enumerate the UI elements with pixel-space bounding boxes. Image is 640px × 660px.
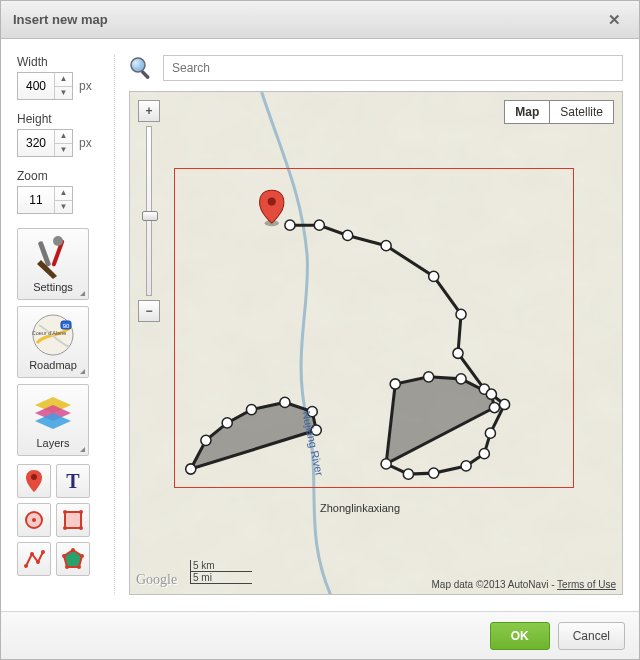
svg-point-27 xyxy=(62,554,66,558)
height-step-up[interactable]: ▲ xyxy=(55,130,72,144)
svg-point-51 xyxy=(456,374,466,384)
svg-point-12 xyxy=(32,518,36,522)
small-tools: T xyxy=(17,464,102,576)
svg-rect-31 xyxy=(130,92,622,594)
svg-point-40 xyxy=(453,348,463,358)
svg-rect-13 xyxy=(65,512,81,528)
svg-point-26 xyxy=(65,565,69,569)
svg-point-24 xyxy=(80,554,84,558)
width-input-text[interactable] xyxy=(18,73,54,99)
roadmap-icon: 90 Coeur d'Alene xyxy=(31,313,75,357)
credit-text: Map data ©2013 AutoNavi xyxy=(431,579,548,590)
roadmap-caption: Roadmap xyxy=(29,359,77,371)
zoom-field: Zoom ▲ ▼ xyxy=(17,169,102,214)
terms-link[interactable]: Terms of Use xyxy=(557,579,616,590)
roadmap-card[interactable]: 90 Coeur d'Alene Roadmap xyxy=(17,306,89,378)
zoom-label: Zoom xyxy=(17,169,102,183)
zoom-control: + − xyxy=(138,100,160,322)
svg-point-53 xyxy=(489,402,499,412)
svg-point-20 xyxy=(36,560,40,564)
ok-button[interactable]: OK xyxy=(490,622,550,650)
google-logo: Google xyxy=(136,572,177,588)
width-label: Width xyxy=(17,55,102,69)
polygon-icon xyxy=(62,548,84,570)
settings-caption: Settings xyxy=(33,281,73,293)
terrain-bg xyxy=(130,92,622,594)
height-input-text[interactable] xyxy=(18,130,54,156)
svg-point-48 xyxy=(381,459,391,469)
maptype-map[interactable]: Map xyxy=(504,100,549,124)
svg-point-39 xyxy=(456,309,466,319)
layers-card[interactable]: Layers xyxy=(17,384,89,456)
svg-point-38 xyxy=(429,271,439,281)
zoom-input[interactable]: ▲ ▼ xyxy=(17,186,73,214)
height-label: Height xyxy=(17,112,102,126)
maptype-switch: Map Satellite xyxy=(504,100,614,124)
svg-point-44 xyxy=(479,449,489,459)
width-input[interactable]: ▲ ▼ xyxy=(17,72,73,100)
zoom-step-down[interactable]: ▼ xyxy=(55,201,72,214)
sidebar: Width ▲ ▼ px Height xyxy=(17,55,115,595)
rectangle-tool[interactable] xyxy=(56,503,90,537)
svg-point-42 xyxy=(500,399,510,409)
map-credit: Map data ©2013 AutoNavi - Terms of Use xyxy=(431,579,616,590)
zoom-in-button[interactable]: + xyxy=(138,100,160,122)
search-row xyxy=(129,55,623,81)
height-input[interactable]: ▲ ▼ xyxy=(17,129,73,157)
circle-tool[interactable] xyxy=(17,503,51,537)
polyline-icon xyxy=(23,548,45,570)
svg-point-35 xyxy=(314,220,324,230)
close-icon[interactable]: ✕ xyxy=(602,9,627,31)
svg-text:Coeur d'Alene: Coeur d'Alene xyxy=(32,330,67,336)
svg-point-54 xyxy=(186,464,196,474)
svg-point-10 xyxy=(31,474,37,480)
marker-icon xyxy=(25,470,43,492)
svg-point-56 xyxy=(222,418,232,428)
width-step-up[interactable]: ▲ xyxy=(55,73,72,87)
width-step-down[interactable]: ▼ xyxy=(55,87,72,100)
svg-point-18 xyxy=(24,564,28,568)
svg-point-55 xyxy=(201,435,211,445)
width-field: Width ▲ ▼ px xyxy=(17,55,102,100)
cancel-button[interactable]: Cancel xyxy=(558,622,625,650)
svg-point-50 xyxy=(424,372,434,382)
settings-card[interactable]: Settings xyxy=(17,228,89,300)
maptype-satellite[interactable]: Satellite xyxy=(549,100,614,124)
modal: Insert new map ✕ Width ▲ ▼ px xyxy=(0,0,640,660)
scale-mi: 5 mi xyxy=(190,572,252,584)
svg-point-36 xyxy=(343,230,353,240)
svg-point-25 xyxy=(77,565,81,569)
svg-point-21 xyxy=(41,550,45,554)
rectangle-icon xyxy=(62,509,84,531)
search-icon xyxy=(129,56,153,80)
svg-point-34 xyxy=(285,220,295,230)
circle-icon xyxy=(23,509,45,531)
height-field: Height ▲ ▼ px xyxy=(17,112,102,157)
zoom-slider-track[interactable] xyxy=(146,126,152,296)
map-canvas[interactable]: + − Map Satellite Nujiang River Zhonglin… xyxy=(129,91,623,595)
marker-tool[interactable] xyxy=(17,464,51,498)
town-label: Zhonglinkaxiang xyxy=(320,502,400,514)
title-text: Insert new map xyxy=(13,12,108,27)
zoom-step-up[interactable]: ▲ xyxy=(55,187,72,201)
polygon-tool[interactable] xyxy=(56,542,90,576)
title-bar: Insert new map ✕ xyxy=(1,1,639,39)
zoom-input-text[interactable] xyxy=(18,187,54,213)
svg-marker-22 xyxy=(64,550,82,567)
svg-point-62 xyxy=(268,198,276,206)
svg-point-15 xyxy=(79,510,83,514)
height-step-down[interactable]: ▼ xyxy=(55,144,72,157)
zoom-out-button[interactable]: − xyxy=(138,300,160,322)
svg-point-43 xyxy=(485,428,495,438)
search-input[interactable] xyxy=(163,55,623,81)
zoom-slider-handle[interactable] xyxy=(142,211,158,221)
polyline-tool[interactable] xyxy=(17,542,51,576)
text-icon: T xyxy=(66,470,79,493)
tools-icon xyxy=(31,235,75,279)
expand-icon xyxy=(80,447,85,452)
svg-point-16 xyxy=(63,526,67,530)
width-unit: px xyxy=(79,79,92,93)
text-tool[interactable]: T xyxy=(56,464,90,498)
svg-point-47 xyxy=(403,469,413,479)
svg-point-14 xyxy=(63,510,67,514)
